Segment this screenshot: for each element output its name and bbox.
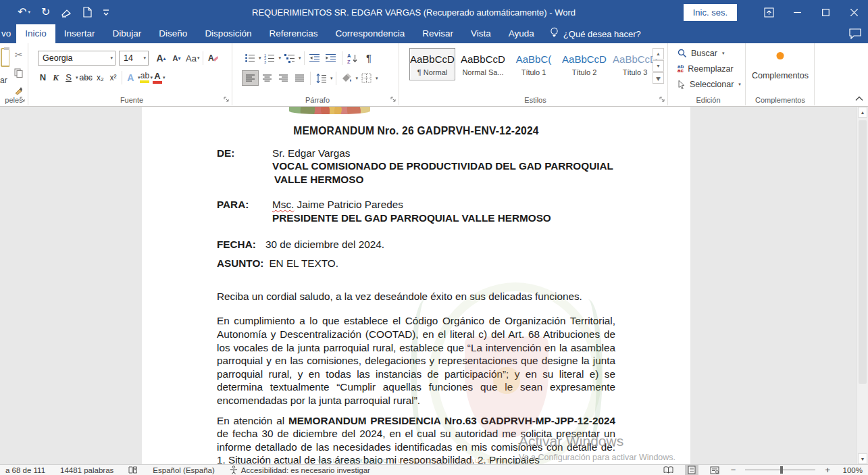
change-case-button[interactable]: Aa▾ — [184, 51, 201, 66]
vertical-scrollbar[interactable]: ▲ ▼ — [857, 107, 868, 464]
subscript-button[interactable]: x₂ — [94, 70, 107, 84]
styles-more-icon[interactable]: ▬▼ — [653, 72, 664, 84]
clear-formatting-icon[interactable]: A — [205, 51, 221, 66]
collapse-ribbon-icon[interactable] — [855, 96, 863, 101]
select-button[interactable]: Seleccionar ▾ — [678, 80, 741, 89]
show-paragraph-marks-icon[interactable]: ¶ — [361, 51, 377, 65]
zoom-out-button[interactable]: − — [731, 466, 736, 474]
increase-indent-icon[interactable] — [324, 51, 339, 65]
new-document-icon[interactable] — [83, 7, 92, 18]
addins-dot-icon[interactable] — [777, 52, 784, 59]
tab-vista[interactable]: Vista — [462, 24, 500, 43]
undo-dropdown-icon[interactable]: ▾ — [28, 7, 30, 18]
highlight-color-button[interactable]: ab — [140, 72, 149, 83]
sort-icon[interactable]: AZ — [345, 51, 361, 65]
accessibility-status[interactable]: Accesibilidad: es necesario investigar — [230, 466, 370, 474]
tab-correspondencia[interactable]: Correspondencia — [326, 24, 413, 43]
line-spacing-icon[interactable] — [313, 71, 329, 85]
copy-icon[interactable] — [11, 66, 26, 80]
style-normal[interactable]: AaBbCcDc ¶ Normal — [409, 48, 455, 80]
web-layout-icon[interactable] — [708, 465, 721, 475]
bullets-dropdown-icon[interactable]: ▾ — [259, 55, 261, 61]
align-right-button[interactable] — [276, 71, 291, 85]
document-page[interactable]: VALLE HERMOSO TURISTICO Y PRODUCTIVO MEM… — [142, 107, 690, 464]
language-indicator[interactable]: Español (España) — [153, 466, 214, 474]
zoom-slider-thumb[interactable] — [780, 466, 783, 474]
tab-inicio[interactable]: Inicio — [16, 24, 55, 43]
replace-button[interactable]: ab ac Reemplazar — [678, 64, 734, 74]
shrink-font-button[interactable]: A▾ — [169, 51, 184, 66]
paste-label-partial[interactable]: ar — [0, 76, 7, 85]
comments-icon[interactable] — [849, 28, 861, 42]
ribbon-display-options-icon[interactable] — [755, 0, 783, 24]
style-titulo-2[interactable]: AaBbCcD Título 2 — [561, 48, 607, 80]
scroll-down-icon[interactable]: ▼ — [858, 453, 867, 464]
underline-button[interactable]: S — [62, 70, 75, 84]
font-dialog-launcher-icon[interactable] — [224, 97, 230, 103]
align-center-button[interactable] — [259, 71, 275, 85]
grow-font-button[interactable]: A▴ — [153, 51, 169, 66]
scroll-up-icon[interactable]: ▲ — [858, 107, 867, 118]
style-titulo-1[interactable]: AaBbC( Título 1 — [511, 48, 557, 80]
style-normal-sa[interactable]: AaBbCcDc Normal Sa... — [460, 48, 506, 80]
tab-disposicion[interactable]: Disposición — [196, 24, 260, 43]
tab-insertar[interactable]: Insertar — [55, 24, 104, 43]
multilevel-dropdown-icon[interactable]: ▾ — [299, 55, 301, 61]
minimize-button[interactable] — [783, 0, 811, 24]
italic-button[interactable]: K — [49, 70, 62, 84]
decrease-indent-icon[interactable] — [307, 51, 323, 65]
line-spacing-dropdown-icon[interactable]: ▾ — [330, 76, 333, 81]
numbering-dropdown-icon[interactable]: ▾ — [279, 55, 282, 61]
quick-access-toolbar: ↶▾ ↻ — [18, 0, 109, 24]
undo-icon[interactable]: ↶▾ — [18, 7, 30, 18]
tab-revisar[interactable]: Revisar — [413, 24, 462, 43]
justify-button[interactable] — [292, 71, 307, 85]
print-layout-icon[interactable] — [685, 465, 698, 475]
cut-icon[interactable]: ✂ — [11, 47, 26, 61]
numbering-icon[interactable]: 123 — [262, 51, 278, 65]
font-family-combobox[interactable]: Georgia▾ — [38, 51, 116, 66]
zoom-level[interactable]: 100% — [840, 466, 863, 474]
eraser-icon[interactable] — [61, 7, 72, 18]
borders-dropdown-icon[interactable]: ▾ — [376, 76, 378, 81]
zoom-in-button[interactable]: + — [825, 466, 830, 474]
find-button[interactable]: Buscar ▾ — [678, 49, 724, 58]
scrollbar-thumb[interactable] — [859, 120, 867, 384]
shading-dropdown-icon[interactable]: ▾ — [356, 76, 359, 81]
borders-icon[interactable] — [359, 71, 374, 85]
read-mode-icon[interactable] — [662, 465, 675, 475]
strikethrough-button[interactable]: abc — [78, 70, 94, 84]
align-left-button[interactable] — [242, 70, 259, 86]
bold-button[interactable]: N — [36, 70, 49, 84]
redo-icon[interactable]: ↻ — [41, 7, 50, 18]
zoom-slider[interactable] — [745, 470, 815, 470]
maximize-button[interactable] — [811, 0, 840, 24]
qat-customize-icon[interactable] — [103, 7, 109, 17]
bullets-icon[interactable] — [242, 51, 257, 65]
word-count[interactable]: 14481 palabras — [60, 466, 113, 474]
page-indicator[interactable]: a 68 de 111 — [5, 466, 45, 474]
font-size-combobox[interactable]: 14▾ — [119, 51, 149, 66]
font-color-button[interactable]: A — [153, 72, 162, 84]
tab-ayuda[interactable]: Ayuda — [500, 24, 543, 43]
shading-icon[interactable] — [339, 71, 355, 85]
addins-button[interactable]: Complementos — [746, 71, 814, 80]
proofing-errors-icon[interactable] — [128, 466, 138, 474]
paragraph-dialog-launcher-icon[interactable] — [390, 97, 397, 103]
tab-archivo-partial[interactable]: vo — [0, 24, 16, 43]
clipboard-dialog-launcher-icon[interactable] — [20, 97, 26, 103]
multilevel-list-icon[interactable] — [282, 51, 297, 65]
tab-referencias[interactable]: Referencias — [260, 24, 326, 43]
tab-diseno[interactable]: Diseño — [150, 24, 196, 43]
styles-dialog-launcher-icon[interactable] — [659, 97, 665, 103]
font-color-dropdown-icon[interactable]: ▾ — [163, 75, 165, 80]
tell-me-box[interactable]: ¿Qué desea hacer? — [543, 24, 648, 43]
styles-scroll-up-icon[interactable]: ▲ — [653, 48, 664, 59]
styles-scroll-down-icon[interactable]: ▼ — [653, 60, 664, 72]
text-effects-button[interactable]: A — [124, 70, 137, 84]
sign-in-button[interactable]: Inic. ses. — [684, 4, 737, 21]
style-titulo-3[interactable]: AaBbCcD Título 3 — [612, 48, 658, 80]
superscript-button[interactable]: x² — [107, 70, 120, 84]
close-button[interactable] — [840, 0, 868, 24]
tab-dibujar[interactable]: Dibujar — [104, 24, 151, 43]
